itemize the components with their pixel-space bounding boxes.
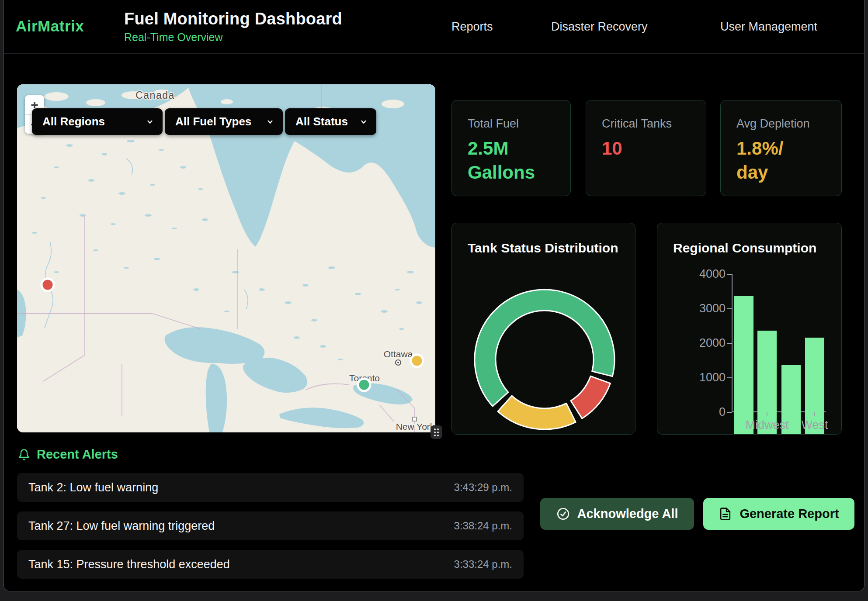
generate-report-label: Generate Report <box>740 507 839 521</box>
tank-marker-normal[interactable] <box>358 379 370 391</box>
alerts-header: Recent Alerts <box>18 447 118 462</box>
acknowledge-all-button[interactable]: Acknowledge All <box>540 498 694 530</box>
x-axis-tick-label: West <box>784 418 845 432</box>
y-axis-tick <box>727 377 732 378</box>
regional-consumption-panel: Regional Consumption 01000200030004000Mi… <box>657 223 842 435</box>
status-filter-dropdown[interactable]: All Status <box>285 108 376 135</box>
fuel-type-filter-label: All Fuel Types <box>175 115 251 128</box>
alert-time: 3:43:29 p.m. <box>454 481 512 494</box>
header: AirMatrix Fuel Monitoring Dashboard Real… <box>4 0 864 54</box>
donut-segment-red-segment <box>571 376 610 418</box>
alert-time: 3:38:24 p.m. <box>454 520 512 532</box>
tank-status-donut-chart <box>452 223 636 435</box>
generate-report-button[interactable]: Generate Report <box>703 498 854 530</box>
country-label-canada: Canada <box>135 90 175 101</box>
alert-time: 3:33:24 p.m. <box>454 558 512 570</box>
tank-marker-critical[interactable] <box>42 279 54 291</box>
donut-segment-yellow-segment <box>498 396 576 429</box>
alert-row: Tank 2: Low fuel warning 3:43:29 p.m. <box>17 473 524 502</box>
alerts-title: Recent Alerts <box>37 447 118 462</box>
bell-icon <box>18 449 30 461</box>
nav-reports[interactable]: Reports <box>451 20 493 34</box>
map-panel[interactable]: Canada Ottawa Toronto New York + − All R… <box>17 84 435 432</box>
page-subtitle: Real-Time Overview <box>124 31 342 44</box>
stat-label: Avg Depletion <box>736 117 841 131</box>
y-axis-tick <box>727 308 732 309</box>
alert-text: Tank 2: Low fuel warning <box>28 481 158 494</box>
y-axis-tick <box>727 412 732 413</box>
fuel-type-filter-dropdown[interactable]: All Fuel Types <box>165 108 283 135</box>
check-circle-icon <box>556 507 570 521</box>
nav-user-management[interactable]: User Management <box>720 20 817 34</box>
x-axis-tick <box>814 412 815 416</box>
y-axis-tick <box>727 343 732 344</box>
x-axis-tick <box>767 412 767 416</box>
stat-card-avg-depletion: Avg Depletion 1.8%/​day <box>720 100 842 196</box>
stat-label: Total Fuel <box>468 117 570 131</box>
stat-card-total-fuel: Total Fuel 2.5M Gallons <box>451 100 571 196</box>
stat-card-critical-tanks: Critical Tanks 10 <box>586 100 706 196</box>
alert-text: Tank 27: Low fuel warning triggered <box>28 519 215 533</box>
y-axis-tick-label: 4000 <box>670 267 726 281</box>
region-filter-label: All Regions <box>42 115 105 128</box>
bar-1 <box>734 296 753 434</box>
page-title: Fuel Monitoring Dashboard <box>124 10 342 28</box>
chevron-down-icon <box>145 117 155 127</box>
new-york-city-dot <box>413 417 417 421</box>
y-axis-tick-label: 2000 <box>670 336 726 350</box>
map-filterbar: All Regions All Fuel Types All Status <box>32 108 376 135</box>
alert-row: Tank 27: Low fuel warning triggered 3:38… <box>17 511 524 540</box>
alert-row: Tank 15: Pressure threshold exceeded 3:3… <box>17 550 524 579</box>
status-filter-label: All Status <box>295 115 348 128</box>
tank-marker-warning[interactable] <box>411 355 423 367</box>
tank-status-panel: Tank Status Distribution <box>451 223 635 435</box>
alert-text: Tank 15: Pressure threshold exceeded <box>28 558 230 571</box>
y-axis-tick <box>727 274 732 275</box>
y-axis-tick-label: 3000 <box>670 302 726 315</box>
y-axis-tick-label: 0 <box>670 405 726 419</box>
app-window: AirMatrix Fuel Monitoring Dashboard Real… <box>3 0 865 591</box>
file-document-icon <box>719 507 732 521</box>
chevron-down-icon <box>359 117 368 127</box>
city-label-new-york: New York <box>396 421 435 432</box>
city-label-ottawa: Ottawa <box>384 349 413 359</box>
chevron-down-icon <box>265 117 275 127</box>
stat-value: 2.5M Gallons <box>468 137 559 184</box>
map-resize-handle[interactable] <box>431 425 442 439</box>
acknowledge-all-label: Acknowledge All <box>577 507 678 521</box>
stat-value: 1.8%/​day <box>736 137 802 184</box>
stat-label: Critical Tanks <box>602 117 706 131</box>
region-filter-dropdown[interactable]: All Regions <box>32 108 163 135</box>
brand-logo[interactable]: AirMatrix <box>16 17 84 35</box>
nav-disaster-recovery[interactable]: Disaster Recovery <box>551 20 648 34</box>
map-canvas: Canada Ottawa Toronto New York <box>17 84 435 432</box>
ottawa-city-dot-center <box>397 362 399 363</box>
y-axis-tick-label: 1000 <box>670 371 726 384</box>
title-block: Fuel Monitoring Dashboard Real-Time Over… <box>124 10 342 44</box>
regional-consumption-bar-chart: 01000200030004000MidwestWest <box>657 223 841 434</box>
stat-value: 10 <box>602 137 706 161</box>
